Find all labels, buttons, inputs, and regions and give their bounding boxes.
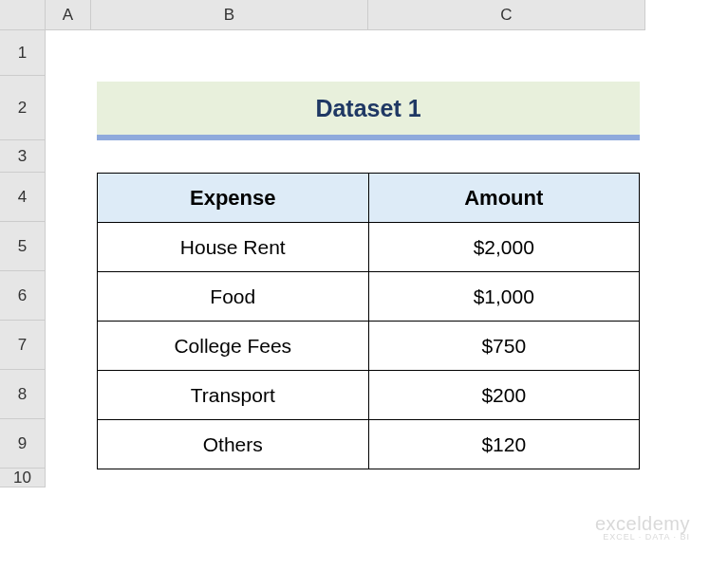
cell-amount[interactable]: $120 bbox=[368, 420, 640, 469]
expense-table: Expense Amount House Rent $2,000 Food $1… bbox=[97, 173, 640, 469]
cell-a7[interactable] bbox=[46, 321, 91, 370]
cell-expense[interactable]: College Fees bbox=[98, 322, 369, 371]
cell-a9[interactable] bbox=[46, 419, 91, 469]
cell-b10[interactable] bbox=[91, 469, 368, 487]
cell-a6[interactable] bbox=[46, 271, 91, 321]
cell-a2[interactable] bbox=[46, 76, 91, 140]
table-row: College Fees $750 bbox=[98, 322, 640, 371]
row-header-9[interactable]: 9 bbox=[0, 419, 46, 469]
watermark-brand: exceldemy bbox=[595, 514, 690, 533]
cell-b1[interactable] bbox=[91, 30, 368, 76]
cell-c3[interactable] bbox=[368, 140, 645, 173]
cell-amount[interactable]: $750 bbox=[368, 322, 640, 371]
header-amount[interactable]: Amount bbox=[368, 174, 640, 223]
row-header-1[interactable]: 1 bbox=[0, 30, 46, 76]
col-header-b[interactable]: B bbox=[91, 0, 368, 30]
col-header-c[interactable]: C bbox=[368, 0, 645, 30]
cell-c1[interactable] bbox=[368, 30, 645, 76]
expense-table-wrap: Expense Amount House Rent $2,000 Food $1… bbox=[91, 173, 645, 469]
table-row: Others $120 bbox=[98, 420, 640, 469]
cell-b3[interactable] bbox=[91, 140, 368, 173]
table-row: House Rent $2,000 bbox=[98, 223, 640, 272]
cell-amount[interactable]: $2,000 bbox=[368, 223, 640, 272]
row-header-2[interactable]: 2 bbox=[0, 76, 46, 140]
row-header-10[interactable]: 10 bbox=[0, 469, 46, 487]
cell-amount[interactable]: $1,000 bbox=[368, 272, 640, 322]
cell-a1[interactable] bbox=[46, 30, 91, 76]
cell-expense[interactable]: House Rent bbox=[98, 223, 369, 272]
dataset-title[interactable]: Dataset 1 bbox=[97, 82, 640, 140]
cell-a3[interactable] bbox=[46, 140, 91, 173]
cell-amount[interactable]: $200 bbox=[368, 371, 640, 420]
cell-c10[interactable] bbox=[368, 469, 645, 487]
spreadsheet-grid: A B C 1 2 3 4 5 6 7 8 9 10 Dataset 1 Exp… bbox=[0, 0, 728, 487]
table-row: Transport $200 bbox=[98, 371, 640, 420]
cell-expense[interactable]: Food bbox=[98, 272, 369, 322]
cell-a5[interactable] bbox=[46, 222, 91, 271]
watermark: exceldemy EXCEL · DATA · BI bbox=[595, 514, 690, 542]
row-header-3[interactable]: 3 bbox=[0, 140, 46, 173]
cell-expense[interactable]: Others bbox=[98, 420, 369, 469]
table-header-row: Expense Amount bbox=[98, 174, 640, 223]
row-header-4[interactable]: 4 bbox=[0, 173, 46, 222]
cell-expense[interactable]: Transport bbox=[98, 371, 369, 420]
row-header-6[interactable]: 6 bbox=[0, 271, 46, 321]
row-header-5[interactable]: 5 bbox=[0, 222, 46, 271]
cell-a4[interactable] bbox=[46, 173, 91, 222]
row-header-8[interactable]: 8 bbox=[0, 370, 46, 419]
watermark-tagline: EXCEL · DATA · BI bbox=[595, 533, 690, 542]
header-expense[interactable]: Expense bbox=[98, 174, 369, 223]
select-all-corner[interactable] bbox=[0, 0, 46, 30]
row-header-7[interactable]: 7 bbox=[0, 321, 46, 370]
cell-a8[interactable] bbox=[46, 370, 91, 419]
cell-a10[interactable] bbox=[46, 469, 91, 487]
col-header-a[interactable]: A bbox=[46, 0, 91, 30]
table-row: Food $1,000 bbox=[98, 272, 640, 322]
